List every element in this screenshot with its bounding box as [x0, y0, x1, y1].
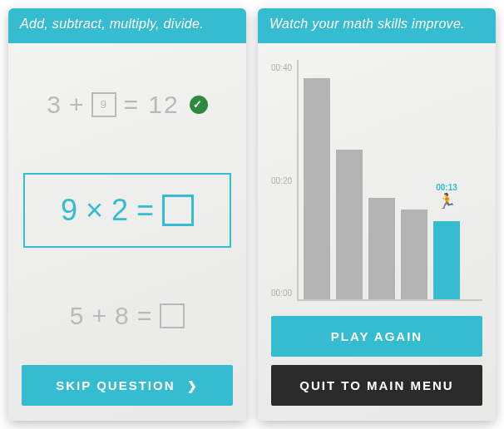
math-panel: Add, subtract, multiply, divide. 3 + 9 =…	[8, 8, 246, 421]
plot-area: 00:13🏃	[297, 60, 482, 301]
chevron-right-icon: ❯	[187, 379, 199, 392]
bar-current-label: 00:13🏃	[436, 183, 457, 209]
eq-op: ×	[86, 193, 105, 228]
equation-row-active[interactable]: 9 × 2 =	[23, 173, 231, 248]
play-again-button[interactable]: PLAY AGAIN	[271, 316, 482, 357]
math-panel-header: Add, subtract, multiply, divide.	[8, 8, 246, 43]
eq-equals: =	[136, 193, 156, 228]
quit-button[interactable]: QUIT TO MAIN MENU	[271, 365, 482, 406]
bar	[304, 78, 330, 299]
eq-op: +	[91, 302, 108, 330]
bar	[368, 198, 395, 299]
skip-question-button[interactable]: SKIP QUESTION ❯	[22, 365, 233, 406]
eq-term: 2	[111, 193, 130, 228]
y-tick: 00:20	[271, 176, 292, 185]
runner-icon: 🏃	[436, 194, 457, 209]
equation-row-upcoming: 5 + 8 =	[22, 302, 233, 330]
stats-panel-body: 00:40 00:20 00:00 00:13🏃 PLAY AGAIN QUIT…	[258, 43, 496, 421]
bar-current: 00:13🏃	[433, 221, 460, 299]
answer-box-empty	[160, 303, 185, 328]
equation-area: 3 + 9 = 12 ✓ 9 × 2 = 5 + 8 =	[22, 55, 233, 365]
answer-box-filled: 9	[91, 92, 116, 117]
y-tick: 00:00	[271, 288, 292, 298]
answer-box-empty[interactable]	[162, 195, 194, 226]
eq-term: 3	[47, 91, 62, 119]
y-tick: 00:40	[271, 63, 292, 72]
skip-label: SKIP QUESTION	[56, 378, 175, 392]
eq-term: 9	[61, 193, 79, 228]
correct-check-icon: ✓	[190, 96, 208, 114]
y-axis: 00:40 00:20 00:00	[271, 60, 297, 301]
math-panel-body: 3 + 9 = 12 ✓ 9 × 2 = 5 + 8 = SKI	[8, 43, 246, 421]
eq-op: +	[69, 91, 86, 119]
eq-result: = 12	[123, 91, 179, 119]
button-stack: PLAY AGAIN QUIT TO MAIN MENU	[271, 316, 482, 406]
eq-term: 8	[115, 302, 131, 330]
bar	[401, 210, 427, 299]
bar	[336, 150, 363, 299]
equation-row-solved: 3 + 9 = 12 ✓	[22, 91, 233, 119]
stats-panel-header: Watch your math skills improve.	[258, 8, 496, 43]
chart: 00:40 00:20 00:00 00:13🏃	[271, 55, 482, 309]
stats-panel: Watch your math skills improve. 00:40 00…	[258, 8, 496, 421]
eq-term: 5	[70, 302, 86, 330]
eq-equals: =	[137, 302, 154, 330]
